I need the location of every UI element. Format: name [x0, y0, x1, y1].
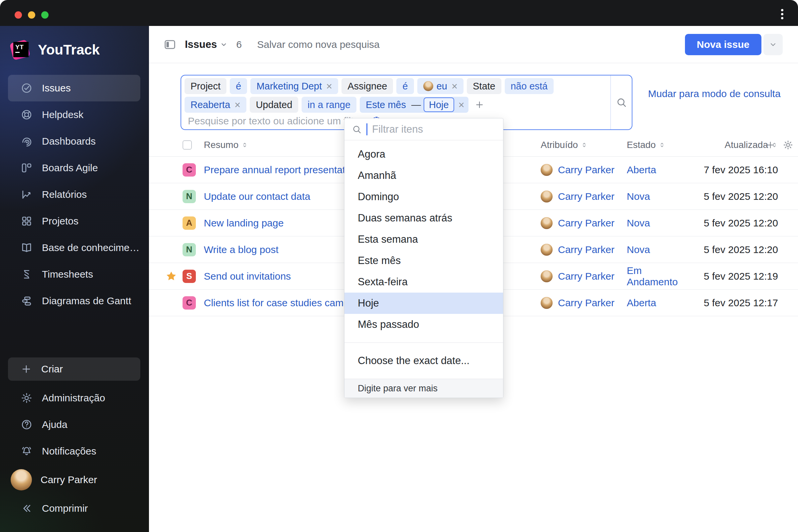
filter-chip-me[interactable]: eu×	[417, 78, 463, 94]
book-icon	[21, 242, 33, 254]
sidebar-item-base-conhecimento[interactable]: Base de conhecime…	[8, 234, 140, 261]
dropdown-item-este-mes[interactable]: Este mês	[344, 250, 503, 271]
assignee-link[interactable]: Carry Parker	[558, 244, 614, 255]
dropdown-item-esta-semana[interactable]: Esta semana	[344, 229, 503, 250]
sidebar-item-dashboards[interactable]: Dashboards	[8, 128, 140, 155]
close-window-button[interactable]	[15, 11, 22, 19]
add-column-icon[interactable]	[765, 140, 775, 150]
dropdown-filter-input[interactable]	[372, 124, 504, 135]
sidebar-item-administracao[interactable]: Administração	[8, 385, 140, 411]
table-settings-gear-icon[interactable]	[783, 140, 793, 150]
query-mode-link[interactable]: Mudar para modo de consulta	[648, 88, 781, 99]
assignee-link[interactable]: Carry Parker	[558, 297, 614, 308]
dropdown-choose-exact-date[interactable]: Choose the exact date...	[344, 342, 503, 379]
grid-icon	[21, 215, 33, 227]
filter-chip-state[interactable]: State	[467, 78, 501, 94]
page-title: Issues	[185, 39, 217, 51]
project-badge[interactable]: N	[183, 243, 196, 256]
state-link[interactable]: Nova	[627, 191, 650, 202]
sidebar-item-timesheets[interactable]: Timesheets	[8, 261, 140, 288]
state-link[interactable]: Nova	[627, 244, 650, 255]
save-search-link[interactable]: Salvar como nova pesquisa	[257, 39, 380, 50]
issue-title-link[interactable]: New landing page	[204, 217, 284, 228]
kebab-menu-icon[interactable]	[775, 7, 789, 21]
project-badge[interactable]: A	[183, 216, 196, 230]
sidebar-toggle-icon[interactable]	[164, 38, 176, 51]
state-link[interactable]: Aberta	[627, 297, 656, 308]
sidebar-item-notificacoes[interactable]: Notificações	[8, 438, 140, 464]
filter-chip-updated[interactable]: Updated	[250, 97, 298, 113]
filter-chip-in-a-range[interactable]: in a range	[302, 97, 357, 113]
user-profile[interactable]: Carry Parker	[8, 464, 140, 495]
issue-title-link[interactable]: Clients list for case studies campaign	[204, 297, 368, 308]
assignee-link[interactable]: Carry Parker	[558, 164, 614, 175]
state-link[interactable]: Em Andamento	[627, 265, 678, 287]
project-badge[interactable]: N	[183, 190, 196, 203]
assignee-link[interactable]: Carry Parker	[558, 217, 614, 229]
filter-chip-reaberta[interactable]: Reaberta×	[185, 97, 246, 113]
minimize-window-button[interactable]	[28, 11, 35, 19]
sidebar-item-projetos[interactable]: Projetos	[8, 208, 140, 234]
assignee-link[interactable]: Carry Parker	[558, 191, 614, 202]
filter-chip-operator[interactable]: é	[230, 78, 247, 94]
dropdown-item-sexta-feira[interactable]: Sexta-feira	[344, 271, 503, 292]
sidebar-item-label: Ajuda	[42, 419, 68, 430]
updated-date: 5 fev 2025 12:20	[688, 244, 778, 255]
new-issue-dropdown-button[interactable]	[763, 34, 783, 55]
filter-chip-marketing-dept[interactable]: Marketing Dept×	[250, 78, 338, 94]
state-link[interactable]: Nova	[627, 217, 650, 228]
dropdown-item-hoje-selected[interactable]: Hoje	[344, 292, 503, 314]
filter-chip-operator[interactable]: é	[396, 78, 414, 94]
chevron-down-icon[interactable]	[220, 41, 228, 49]
dropdown-item-mes-passado[interactable]: Mês passado	[344, 314, 503, 335]
gauge-icon	[21, 135, 33, 147]
dropdown-item-domingo[interactable]: Domingo	[344, 186, 503, 208]
filter-range-group[interactable]: Este mês — Hoje ×	[360, 97, 469, 113]
state-link[interactable]: Aberta	[627, 164, 656, 175]
search-input-placeholder[interactable]: Pesquise por texto ou adicione um filtro	[188, 115, 362, 127]
sidebar-item-gantt[interactable]: Diagramas de Gantt	[8, 288, 140, 314]
range-end-value-focused[interactable]: Hoje	[424, 97, 454, 112]
issue-title-link[interactable]: Prepare annual report presentation	[204, 164, 358, 175]
dropdown-search[interactable]	[344, 118, 503, 140]
search-button[interactable]	[610, 75, 632, 129]
column-header-resumo[interactable]: Resumo	[204, 140, 248, 150]
magnifier-icon	[352, 125, 362, 134]
remove-filter-icon[interactable]: ×	[326, 81, 332, 92]
issue-title-link[interactable]: Write a blog post	[204, 244, 279, 255]
dropdown-item-agora[interactable]: Agora	[344, 144, 503, 165]
project-badge[interactable]: C	[183, 296, 196, 309]
column-header-estado[interactable]: Estado	[627, 140, 666, 150]
remove-filter-icon[interactable]: ×	[234, 100, 241, 110]
add-filter-icon[interactable]	[474, 100, 484, 110]
star-icon[interactable]	[165, 270, 177, 282]
range-start-value[interactable]: Este mês	[360, 99, 408, 110]
create-button[interactable]: Criar	[8, 358, 140, 381]
issue-title-link[interactable]: Send out invitations	[204, 271, 291, 282]
sidebar-item-issues[interactable]: Issues	[8, 75, 140, 101]
dropdown-item-amanha[interactable]: Amanhã	[344, 165, 503, 186]
remove-filter-icon[interactable]: ×	[458, 100, 464, 110]
sidebar-item-helpdesk[interactable]: Helpdesk	[8, 101, 140, 128]
project-badge[interactable]: S	[183, 270, 196, 283]
gantt-icon	[21, 295, 33, 307]
filter-chip-project[interactable]: Project	[185, 78, 226, 94]
zoom-window-button[interactable]	[41, 11, 49, 19]
avatar	[540, 270, 553, 282]
filter-chip-assignee[interactable]: Assignee	[341, 78, 393, 94]
filter-chip-operator[interactable]: não está	[505, 78, 554, 94]
avatar	[540, 191, 553, 203]
sidebar-collapse[interactable]: Comprimir	[8, 495, 140, 522]
sidebar-item-relatorios[interactable]: Relatórios	[8, 181, 140, 208]
column-header-atribuido[interactable]: Atribuído	[540, 140, 588, 150]
select-all-checkbox[interactable]	[183, 140, 192, 150]
sidebar-item-ajuda[interactable]: Ajuda	[8, 411, 140, 438]
sidebar-item-boards-agile[interactable]: Boards Agile	[8, 155, 140, 181]
project-badge[interactable]: C	[183, 163, 196, 176]
new-issue-button[interactable]: Nova issue	[685, 34, 761, 55]
app-window: YT YouTrack Issues Helpdesk Dashboards B…	[0, 0, 798, 532]
remove-filter-icon[interactable]: ×	[452, 81, 457, 92]
issue-title-link[interactable]: Update our contact data	[204, 191, 310, 202]
dropdown-item-duas-semanas[interactable]: Duas semanas atrás	[344, 208, 503, 229]
assignee-link[interactable]: Carry Parker	[558, 271, 614, 282]
